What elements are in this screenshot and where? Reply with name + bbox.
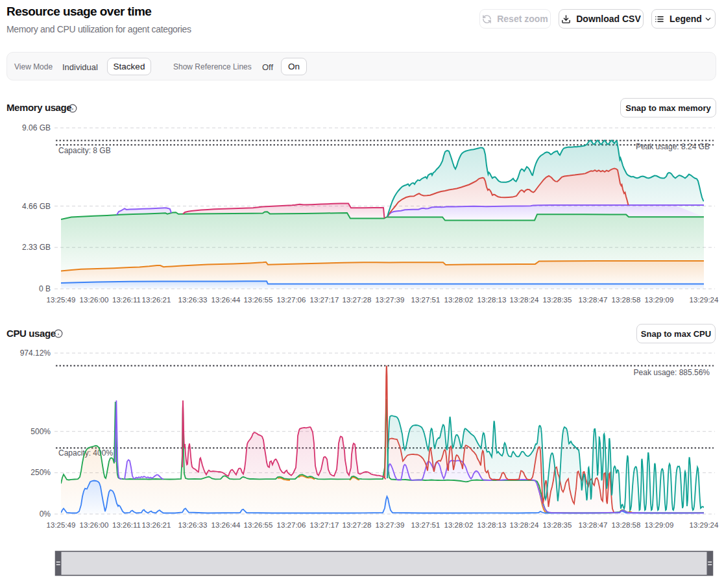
svg-text:13:26:55: 13:26:55 [244, 296, 273, 304]
svg-text:13:27:17: 13:27:17 [310, 296, 339, 304]
svg-text:Peak usage: 8.24 GB: Peak usage: 8.24 GB [636, 142, 710, 151]
svg-text:13:27:51: 13:27:51 [411, 296, 440, 304]
svg-text:13:28:58: 13:28:58 [612, 521, 641, 529]
svg-text:250%: 250% [30, 468, 51, 477]
svg-text:13:28:24: 13:28:24 [510, 521, 539, 529]
svg-text:13:27:06: 13:27:06 [277, 521, 306, 529]
svg-text:13:28:35: 13:28:35 [543, 296, 572, 304]
svg-text:13:27:28: 13:27:28 [343, 521, 372, 529]
svg-text:13:28:47: 13:28:47 [579, 296, 608, 304]
svg-text:0%: 0% [40, 509, 51, 519]
svg-text:13:26:44: 13:26:44 [211, 296, 241, 304]
svg-text:13:26:11: 13:26:11 [112, 296, 141, 304]
svg-text:13:26:21: 13:26:21 [142, 296, 171, 304]
svg-text:13:27:51: 13:27:51 [411, 521, 440, 529]
svg-text:13:26:33: 13:26:33 [178, 521, 208, 529]
svg-text:13:26:21: 13:26:21 [142, 521, 171, 529]
svg-text:13:28:13: 13:28:13 [477, 296, 507, 304]
svg-text:0 B: 0 B [39, 284, 51, 293]
svg-text:9.06 GB: 9.06 GB [22, 123, 51, 132]
svg-text:500%: 500% [30, 427, 51, 436]
svg-text:13:26:11: 13:26:11 [112, 521, 141, 529]
svg-text:13:26:00: 13:26:00 [80, 296, 109, 304]
svg-text:Peak usage: 885.56%: Peak usage: 885.56% [634, 368, 710, 377]
svg-text:13:27:17: 13:27:17 [310, 521, 339, 529]
svg-text:Capacity: 8 GB: Capacity: 8 GB [58, 146, 111, 155]
svg-text:13:26:00: 13:26:00 [80, 521, 109, 529]
svg-text:13:29:24: 13:29:24 [690, 296, 719, 304]
svg-text:13:26:44: 13:26:44 [211, 521, 241, 529]
svg-text:13:29:24: 13:29:24 [690, 521, 719, 529]
svg-text:974.12%: 974.12% [20, 349, 51, 358]
svg-text:13:29:09: 13:29:09 [645, 296, 674, 304]
svg-text:13:26:55: 13:26:55 [244, 521, 273, 529]
svg-text:4.66 GB: 4.66 GB [22, 202, 51, 211]
svg-text:13:27:06: 13:27:06 [277, 296, 306, 304]
svg-text:13:28:02: 13:28:02 [444, 521, 474, 529]
svg-text:13:29:09: 13:29:09 [645, 521, 674, 529]
svg-text:13:26:33: 13:26:33 [178, 296, 208, 304]
svg-text:13:28:47: 13:28:47 [579, 521, 608, 529]
svg-text:13:28:02: 13:28:02 [444, 296, 474, 304]
svg-text:13:27:39: 13:27:39 [376, 296, 405, 304]
svg-text:13:28:13: 13:28:13 [477, 521, 507, 529]
svg-text:13:27:39: 13:27:39 [376, 521, 405, 529]
svg-text:13:28:35: 13:28:35 [543, 521, 572, 529]
svg-text:13:28:24: 13:28:24 [510, 296, 539, 304]
svg-text:2.33 GB: 2.33 GB [22, 243, 51, 252]
svg-text:13:25:49: 13:25:49 [47, 521, 76, 529]
svg-text:13:28:58: 13:28:58 [612, 296, 641, 304]
svg-text:13:27:28: 13:27:28 [343, 296, 372, 304]
svg-text:13:25:49: 13:25:49 [47, 296, 76, 304]
